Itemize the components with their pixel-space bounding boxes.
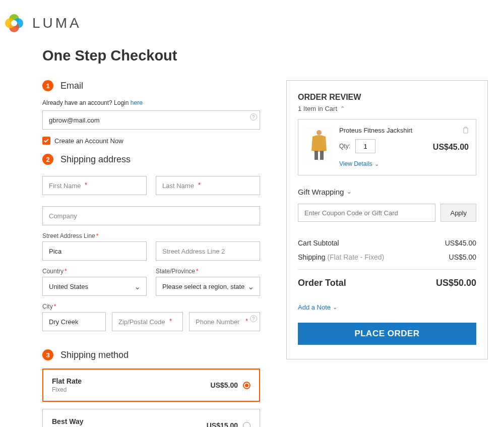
help-icon[interactable]: ? (250, 113, 257, 120)
shipping-option-sub: Fixed (52, 386, 82, 393)
cart-item: Proteus Fitness Jackshirt Qty: View Deta… (298, 119, 476, 175)
city-zip-phone-row: City* * * ? (42, 303, 260, 331)
zip-input[interactable] (112, 312, 183, 331)
shipping-detail: (Flat Rate - Fixed) (327, 253, 384, 261)
create-account-checkbox[interactable] (42, 137, 50, 145)
city-input[interactable] (42, 312, 106, 331)
step-title-address: Shipping address (60, 154, 131, 165)
street2-input[interactable] (156, 241, 260, 261)
order-review-title: ORDER REVIEW (298, 93, 476, 102)
trash-icon[interactable] (463, 127, 469, 136)
step-header-email: 1 Email (42, 80, 260, 91)
country-state-row: Country* United States ⌄ State/Province*… (42, 268, 260, 296)
state-select[interactable]: Please select a region, state or (156, 277, 260, 296)
svg-rect-8 (320, 151, 324, 160)
phone-input[interactable] (189, 312, 260, 331)
place-order-button[interactable]: PLACE ORDER (298, 323, 476, 345)
cart-count-toggle[interactable]: 1 Item in Cart ⌃ (298, 105, 345, 112)
street2-label-spacer (156, 232, 260, 239)
brand-name: LUMA (32, 15, 82, 31)
step-header-address: 2 Shipping address (42, 154, 260, 165)
radio-selected-icon[interactable] (243, 382, 250, 389)
coupon-row: Apply (298, 204, 476, 222)
shipping-option-price: US$5.00 (211, 381, 238, 389)
coupon-input[interactable] (298, 204, 435, 222)
divider (298, 269, 476, 270)
product-thumbnail[interactable] (305, 127, 333, 162)
company-input[interactable] (42, 206, 260, 225)
svg-point-6 (317, 130, 322, 135)
logo-bar: LUMA (3, 5, 494, 47)
shipping-label: Shipping (298, 253, 326, 261)
step-title-email: Email (60, 81, 83, 91)
order-total-value: US$50.00 (436, 278, 476, 288)
chevron-up-icon: ⌃ (340, 105, 345, 112)
shipping-option-price: US$15.00 (207, 421, 238, 427)
country-select[interactable]: United States (42, 277, 147, 296)
order-total-label: Order Total (298, 278, 346, 288)
chevron-down-icon: ⌄ (374, 161, 379, 167)
checkout-form: 1 Email Already have an account? Login h… (42, 80, 260, 427)
shipping-option-best-way[interactable]: Best Way Table Rate US$15.00 (42, 409, 260, 427)
login-prompt: Already have an account? Login here (42, 99, 260, 106)
item-price: US$45.00 (433, 143, 469, 152)
email-input[interactable] (42, 110, 260, 130)
last-name-input[interactable] (156, 176, 260, 195)
first-name-input[interactable] (42, 176, 147, 195)
gift-wrapping-toggle[interactable]: Gift Wrapping ⌄ (298, 188, 351, 196)
luma-logo-icon[interactable] (3, 12, 25, 34)
step-number-1: 1 (42, 80, 53, 91)
create-account-label: Create an Account Now (54, 137, 123, 145)
step-number-3: 3 (42, 349, 53, 360)
radio-unselected-icon[interactable] (243, 422, 250, 428)
product-name: Proteus Fitness Jackshirt (339, 127, 469, 134)
zip-label-spacer (112, 303, 183, 310)
login-link[interactable]: here (131, 99, 143, 106)
shipping-option-name: Best Way (52, 417, 84, 425)
qty-input[interactable] (355, 139, 375, 153)
create-account-row[interactable]: Create an Account Now (42, 137, 260, 145)
chevron-down-icon: ⌄ (333, 304, 337, 311)
add-note-link[interactable]: Add a Note ⌄ (298, 303, 337, 311)
subtotal-row: Cart Subtotal US$45.00 (298, 236, 476, 250)
svg-rect-7 (314, 151, 318, 160)
view-details-link[interactable]: View Details ⌄ (339, 160, 379, 167)
step-title-method: Shipping method (60, 350, 129, 360)
subtotal-value: US$45.00 (445, 239, 476, 247)
state-label: State/Province* (156, 268, 260, 275)
qty-label: Qty: (339, 143, 350, 150)
email-field-wrap: ? (42, 110, 260, 130)
shipping-total-row: Shipping (Flat Rate - Fixed) US$5.00 (298, 250, 476, 264)
city-label: City* (42, 303, 106, 310)
name-row: * * (42, 176, 260, 195)
street-label: Street Address Line* (42, 232, 147, 239)
shipping-option-flat-rate[interactable]: Flat Rate Fixed US$5.00 (42, 369, 260, 402)
step-header-method: 3 Shipping method (42, 349, 260, 360)
shipping-option-name: Flat Rate (52, 377, 82, 385)
street1-input[interactable] (42, 241, 147, 261)
order-total-row: Order Total US$50.00 (298, 275, 476, 291)
login-prompt-text: Already have an account? Login (42, 99, 131, 106)
street-row: Street Address Line* (42, 232, 260, 261)
apply-button[interactable]: Apply (440, 204, 476, 222)
help-icon[interactable]: ? (250, 315, 257, 322)
order-review-panel: ORDER REVIEW 1 Item in Cart ⌃ Proteus (286, 80, 488, 359)
subtotal-label: Cart Subtotal (298, 239, 339, 247)
phone-label-spacer (189, 303, 260, 310)
shipping-value: US$5.00 (449, 253, 476, 261)
company-row (42, 206, 260, 225)
country-label: Country* (42, 268, 147, 275)
step-number-2: 2 (42, 154, 53, 165)
page-title: One Step Checkout (42, 47, 494, 64)
chevron-down-icon: ⌄ (347, 189, 351, 195)
svg-point-4 (11, 20, 17, 26)
